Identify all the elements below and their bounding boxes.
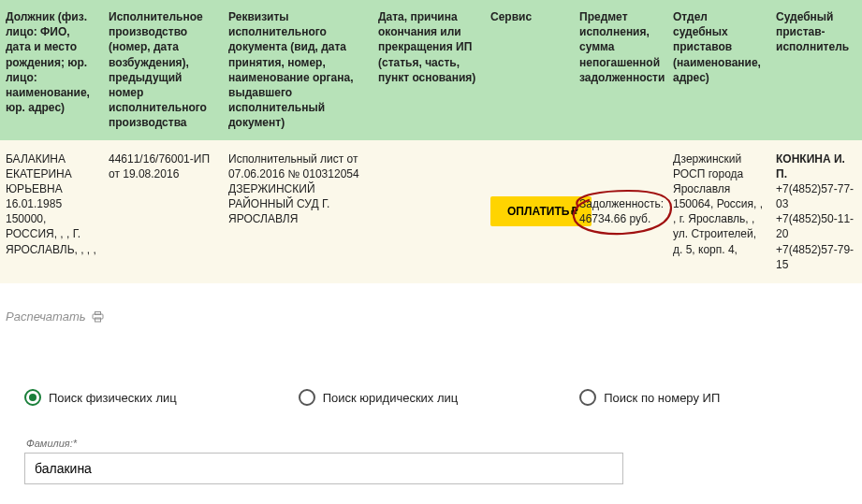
table-row: БАЛАКИНА ЕКАТЕРИНА ЮРЬЕВНА 16.01.1985 15…: [0, 140, 862, 284]
radio-by-number-label: Поиск по номеру ИП: [604, 391, 720, 405]
radio-person[interactable]: Поиск физических лиц: [24, 389, 177, 406]
debt-amount: Задолженность: 46734.66 руб.: [579, 197, 664, 225]
pay-button-label: ОПЛАТИТЬ: [507, 205, 569, 218]
radio-legal-label: Поиск юридических лиц: [323, 391, 459, 405]
col-document: Реквизиты исполнительного документа (вид…: [223, 0, 373, 140]
cell-proceeding: 44611/16/76001-ИП от 19.08.2016: [103, 140, 223, 284]
printer-icon: [92, 311, 104, 323]
radio-selected-icon: [24, 389, 41, 406]
cell-service: ОПЛАТИТЬ₽: [485, 140, 574, 284]
print-link[interactable]: Распечатать: [6, 310, 104, 324]
cell-end-reason: [373, 140, 485, 284]
ruble-icon: ₽: [571, 205, 578, 218]
bailiff-phones: +7(4852)57-77-03 +7(4852)50-11-20 +7(485…: [776, 181, 856, 272]
lastname-input[interactable]: [24, 453, 623, 484]
svg-rect-1: [95, 311, 100, 314]
cell-debt: Задолженность: 46734.66 руб.: [574, 140, 667, 284]
cell-department: Дзержинский РОСП города Ярославля 150064…: [667, 140, 770, 284]
search-type-radio-group: Поиск физических лиц Поиск юридических л…: [24, 389, 838, 406]
print-label: Распечатать: [6, 310, 86, 324]
search-panel: Поиск физических лиц Поиск юридических л…: [0, 389, 862, 503]
cell-bailiff: КОНКИНА И. П. +7(4852)57-77-03 +7(4852)5…: [770, 140, 862, 284]
col-bailiff: Судебный пристав-исполнитель: [770, 0, 862, 140]
cell-debtor: БАЛАКИНА ЕКАТЕРИНА ЮРЬЕВНА 16.01.1985 15…: [0, 140, 103, 284]
bailiff-name: КОНКИНА И. П.: [776, 151, 856, 181]
col-end-reason: Дата, причина окончания или прекращения …: [373, 0, 485, 140]
col-service: Сервис: [485, 0, 574, 140]
lastname-label: Фамилия:*: [26, 438, 838, 449]
cell-document: Исполнительный лист от 07.06.2016 № 0103…: [223, 140, 373, 284]
col-subject: Предмет исполнения, сумма непогашенной з…: [574, 0, 667, 140]
radio-unselected-icon: [299, 389, 315, 406]
radio-unselected-icon: [579, 389, 596, 406]
radio-legal[interactable]: Поиск юридических лиц: [299, 389, 459, 406]
col-proceeding: Исполнительное производство (номер, дата…: [103, 0, 223, 140]
col-department: Отдел судебных приставов (наименование, …: [667, 0, 770, 140]
radio-person-label: Поиск физических лиц: [49, 391, 177, 405]
radio-by-number[interactable]: Поиск по номеру ИП: [579, 389, 720, 406]
col-debtor: Должник (физ. лицо: ФИО, дата и место ро…: [0, 0, 103, 140]
pay-button[interactable]: ОПЛАТИТЬ₽: [490, 196, 592, 226]
enforcement-table: Должник (физ. лицо: ФИО, дата и место ро…: [0, 0, 862, 283]
